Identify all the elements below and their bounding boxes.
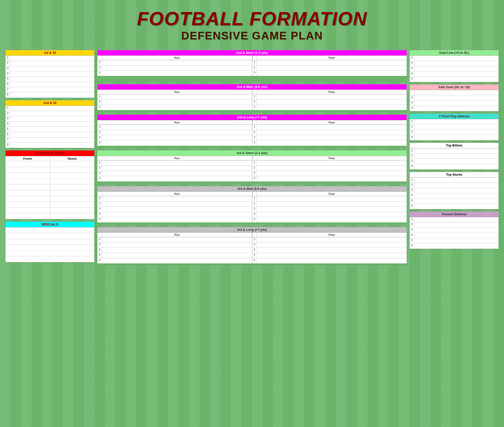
defensive-menu-body [6,161,94,219]
defensive-menu-header: DEFENSIVE MENU [6,150,94,156]
table-row: 5 [410,77,498,82]
table-row [50,161,94,167]
table-row: 2 [410,95,498,101]
two-point-header: 2 Point Play defense [410,114,498,119]
table-row [6,161,50,167]
top-blitzes-section: Top Blitzes 1 2 3 4 [410,143,499,170]
prevent-defense-section: Prevent Defense 1 2 3 4 5 6 [410,211,499,249]
table-row: 55 [97,217,407,222]
second-med-header: 2nd & Med. (4-6 yds) [97,84,407,90]
third-long-section: 3rd & Long (+7 yds) Run Pass 11 22 33 44… [97,227,407,266]
table-row: 4 [410,135,498,140]
spacer [97,222,407,225]
table-row: 2 [6,61,94,66]
right-column: Goal Line (+5 to GL) 1 2 3 4 5 Safe Zone… [410,50,499,266]
table-row: 7 [6,137,94,143]
table-row: 4 [410,164,498,169]
table-row: 1 [6,106,94,111]
table-row: 1 [410,56,498,61]
table-row: 8 [6,143,94,148]
second-and-10-rows: 1 2 3 4 5 6 7 8 [6,106,94,148]
table-row: 8 [6,92,94,98]
second-med-section: 2nd & Med. (4-6 yds) Run Pass 11 22 33 [97,84,407,112]
table-row: 33 [97,135,407,140]
third-med-rows: 11 22 33 44 55 [97,196,407,222]
table-row: 3 [410,228,498,233]
top-stunts-rows: 1 2 3 4 5 6 [410,178,498,209]
second-short-subheader: Run Pass [97,56,407,60]
table-row [6,256,94,262]
table-row [6,233,94,239]
pass-label: Pass [257,120,407,124]
table-row [6,227,94,233]
table-row: 5 [410,238,498,243]
two-point-rows: 1 2 3 4 [410,119,498,140]
spacer [97,263,407,265]
safe-zone-rows: 2 3 4 [410,90,498,111]
table-row: 33 [97,248,407,253]
table-row: 4 [410,193,498,199]
second-med-subheader: Run Pass [97,90,407,94]
first-and-10-section: 1st & 10 1 2 3 4 5 6 7 8 [5,50,94,98]
table-row [50,202,94,207]
prevent-defense-rows: 1 2 3 4 5 6 [410,217,498,249]
second-and-10-section: 2nd & 10 1 2 3 4 5 6 7 8 [5,100,94,148]
table-row: 5 [6,77,94,82]
prevent-defense-header: Prevent Defense [410,212,498,217]
table-row [50,179,94,184]
table-row: 2 [6,111,94,116]
table-row: 33 [97,171,407,176]
pass-label: Pass [257,156,407,160]
second-short-section: 2nd & Short (1-3 yds) Run Pass 11 22 33 [97,50,407,82]
third-short-subheader: Run Pass [97,156,407,160]
third-med-subheader: Run Pass [97,192,407,196]
stunts-col: Stunts [50,156,94,161]
top-stunts-header: Top Stunts [410,172,498,178]
table-row: 4 [410,233,498,238]
run-label: Run [102,120,252,124]
second-long-section: 2nd & Long (+7 yds) Run Pass 11 22 33 44 [97,114,407,148]
second-long-subheader: Run Pass [97,120,407,125]
third-long-rows: 11 22 33 44 55 [97,237,407,263]
table-row: 1 [410,217,498,222]
table-row: 22 [97,242,407,248]
table-row: 4 [6,122,94,127]
table-row: 4 [6,71,94,77]
fronts-col: Fronts [6,156,50,161]
table-row: 3 [410,130,498,135]
table-row: 5 [410,199,498,204]
defensive-menu-cols: Fronts Stunts [6,156,94,161]
table-row: 1 [6,56,94,61]
pass-label: Pass [257,192,407,196]
spacer [97,146,407,148]
first-and-10-header: 1st & 10 [6,50,94,56]
table-row: 3 [410,188,498,193]
table-row: 44 [97,176,407,181]
third-med-header: 3rd & Med (4-6 yds) [97,186,407,192]
table-row: 11 [97,196,407,201]
table-row [6,196,50,202]
table-row [410,90,498,95]
table-row: 11 [97,94,407,100]
spacer [97,110,407,112]
fronts-rows [6,161,50,219]
table-row [6,251,94,256]
top-blitzes-rows: 1 2 3 4 [410,148,498,169]
table-row: 22 [97,65,407,71]
second-long-rows: 11 22 33 44 [97,125,407,146]
pass-label: Pass [257,56,407,60]
table-row: 6 [6,132,94,137]
table-row [50,213,94,219]
table-row: 2 [410,222,498,228]
table-row [6,245,94,251]
table-row: 4 [410,106,498,111]
second-long-header: 2nd & Long (+7 yds) [97,115,407,120]
two-point-section: 2 Point Play defense 1 2 3 4 [410,113,499,140]
table-row: 3 [6,66,94,71]
main-grid: 1st & 10 1 2 3 4 5 6 7 8 2nd & 10 1 2 3 … [5,50,499,266]
table-row: 7 [6,87,94,92]
spacer [97,181,407,184]
top-blitzes-header: Top Blitzes [410,143,498,148]
defensive-menu-section: DEFENSIVE MENU Fronts Stunts [5,150,94,219]
run-label: Run [102,192,252,196]
